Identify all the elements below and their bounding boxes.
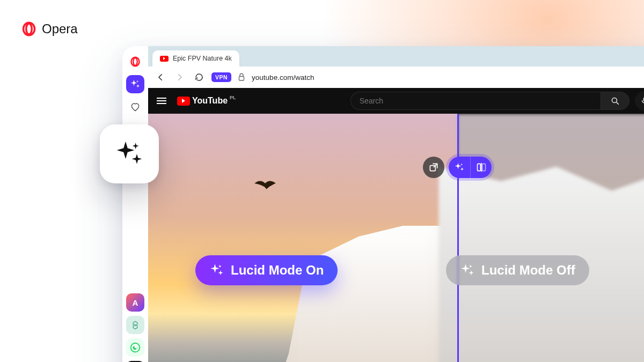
address-bar: VPN youtube.com/watch (148, 67, 644, 88)
sidebar-app-chatgpt[interactable] (126, 316, 144, 334)
youtube-favicon-icon (160, 56, 169, 62)
tab-title: Epic FPV Nature 4k (173, 55, 232, 62)
sparkle-icon (114, 139, 144, 169)
sidebar-opera-button[interactable] (126, 53, 144, 71)
tab-strip: Epic FPV Nature 4k (148, 46, 644, 67)
brand-name: Opera (42, 21, 78, 36)
vpn-badge[interactable]: VPN (211, 72, 231, 82)
sidebar-app-aria[interactable] (126, 293, 144, 312)
youtube-menu-button[interactable] (157, 98, 166, 104)
video-original-side (457, 114, 644, 362)
nav-back-button[interactable] (153, 70, 167, 84)
chevron-left-icon (156, 72, 165, 82)
reload-icon (194, 72, 204, 82)
hamburger-icon (157, 98, 166, 104)
mic-icon (640, 96, 644, 106)
lucid-on-label: Lucid Mode On (195, 255, 338, 285)
opera-brand: Opera (21, 21, 78, 36)
popout-icon (428, 162, 439, 173)
nav-reload-button[interactable] (192, 70, 206, 84)
lucid-feature-callout (100, 124, 159, 183)
tab-youtube[interactable]: Epic FPV Nature 4k (152, 50, 239, 67)
youtube-search-button[interactable] (601, 92, 630, 110)
sparkle-icon (130, 79, 141, 90)
sidebar-lucid-button[interactable] (126, 75, 144, 93)
lucid-toggle-button[interactable] (449, 157, 470, 178)
sparkle-icon (209, 263, 224, 278)
sidebar-app-whatsapp[interactable] (126, 338, 144, 357)
url-text[interactable]: youtube.com/watch (252, 73, 314, 82)
browser-window: Epic FPV Nature 4k VPN youtube.com/watch (122, 46, 644, 362)
sidebar-favorites-button[interactable] (126, 98, 144, 116)
sparkle-icon (460, 263, 475, 278)
video-overlay-controls (423, 157, 492, 178)
youtube-logo-text: YouTube (192, 96, 228, 106)
chevron-right-icon (175, 72, 185, 82)
page-content: YouTube PL (148, 88, 644, 362)
lock-icon (237, 72, 246, 82)
iceberg-graphic (278, 226, 457, 362)
sparkle-icon (454, 162, 465, 173)
search-icon (610, 96, 620, 106)
chatgpt-icon (130, 320, 140, 330)
lucid-off-text: Lucid Mode Off (481, 263, 575, 278)
opera-logo-icon (130, 56, 141, 67)
youtube-country-code: PL (230, 95, 236, 100)
youtube-play-icon (177, 97, 190, 106)
comparison-divider[interactable] (457, 114, 459, 362)
bird-icon (253, 179, 277, 190)
youtube-voice-button[interactable] (635, 91, 644, 110)
compare-icon (476, 162, 487, 173)
youtube-search-input[interactable] (350, 92, 601, 110)
compare-toggle-button[interactable] (470, 157, 492, 178)
popout-video-button[interactable] (423, 157, 444, 178)
lucid-off-label: Lucid Mode Off (446, 255, 589, 285)
sidebar (122, 46, 148, 362)
heart-icon (130, 101, 141, 112)
youtube-topbar: YouTube PL (148, 88, 644, 114)
lucid-on-text: Lucid Mode On (231, 263, 324, 278)
youtube-logo[interactable]: YouTube PL (177, 96, 236, 106)
video-enhanced-side (148, 114, 457, 362)
nav-forward-button[interactable] (173, 70, 187, 84)
whatsapp-icon (129, 342, 141, 353)
opera-logo-icon (21, 21, 36, 36)
youtube-search (350, 91, 630, 110)
video-comparison: Lucid Mode On Lucid Mode Off (148, 114, 644, 362)
